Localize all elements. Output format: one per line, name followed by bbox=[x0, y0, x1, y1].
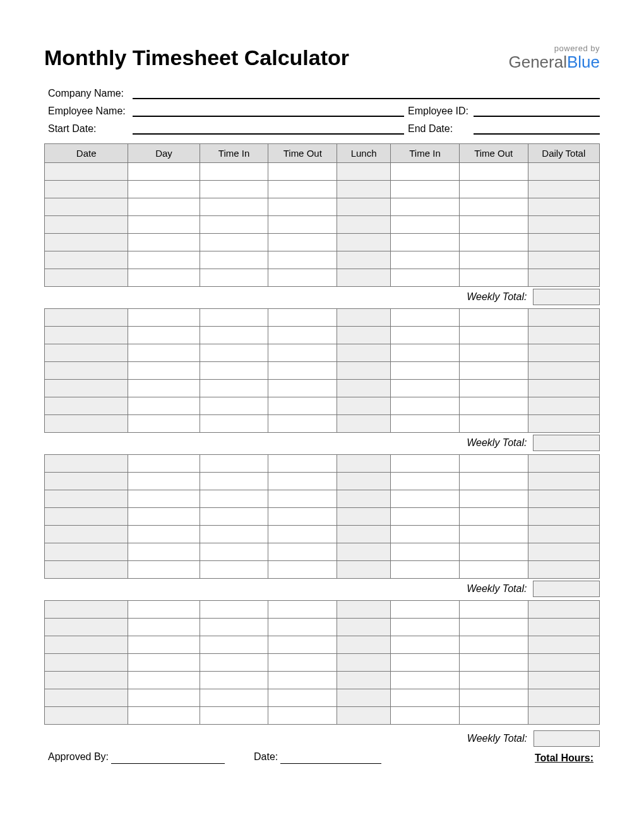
table-cell[interactable] bbox=[45, 490, 128, 508]
table-cell[interactable] bbox=[200, 181, 268, 198]
table-cell[interactable] bbox=[337, 654, 391, 672]
table-cell[interactable] bbox=[268, 455, 337, 473]
table-cell[interactable] bbox=[200, 415, 268, 433]
table-cell[interactable] bbox=[200, 672, 268, 689]
table-cell[interactable] bbox=[268, 309, 337, 327]
table-cell[interactable] bbox=[459, 327, 528, 344]
table-cell[interactable] bbox=[391, 251, 460, 269]
table-cell[interactable] bbox=[337, 397, 391, 415]
table-cell[interactable] bbox=[200, 707, 268, 725]
table-cell[interactable] bbox=[200, 561, 268, 579]
table-cell[interactable] bbox=[391, 216, 460, 234]
table-cell[interactable] bbox=[200, 344, 268, 362]
table-cell[interactable] bbox=[45, 309, 128, 327]
table-cell[interactable] bbox=[528, 689, 599, 707]
table-cell[interactable] bbox=[200, 216, 268, 234]
table-cell[interactable] bbox=[459, 251, 528, 269]
table-cell[interactable] bbox=[128, 543, 200, 561]
table-cell[interactable] bbox=[200, 526, 268, 543]
table-cell[interactable] bbox=[391, 397, 460, 415]
table-cell[interactable] bbox=[45, 619, 128, 636]
table-cell[interactable] bbox=[391, 344, 460, 362]
table-cell[interactable] bbox=[45, 689, 128, 707]
table-cell[interactable] bbox=[200, 689, 268, 707]
table-cell[interactable] bbox=[268, 234, 337, 251]
table-cell[interactable] bbox=[128, 455, 200, 473]
table-cell[interactable] bbox=[528, 543, 599, 561]
table-cell[interactable] bbox=[391, 198, 460, 216]
table-cell[interactable] bbox=[528, 163, 599, 181]
company-name-field[interactable] bbox=[133, 85, 600, 99]
table-cell[interactable] bbox=[391, 543, 460, 561]
table-cell[interactable] bbox=[268, 181, 337, 198]
table-cell[interactable] bbox=[459, 234, 528, 251]
table-cell[interactable] bbox=[391, 327, 460, 344]
table-cell[interactable] bbox=[128, 327, 200, 344]
table-cell[interactable] bbox=[45, 654, 128, 672]
table-cell[interactable] bbox=[528, 636, 599, 654]
table-cell[interactable] bbox=[45, 473, 128, 490]
table-cell[interactable] bbox=[337, 362, 391, 380]
table-cell[interactable] bbox=[45, 526, 128, 543]
table-cell[interactable] bbox=[45, 234, 128, 251]
table-cell[interactable] bbox=[391, 309, 460, 327]
table-cell[interactable] bbox=[128, 654, 200, 672]
table-cell[interactable] bbox=[459, 198, 528, 216]
table-cell[interactable] bbox=[459, 490, 528, 508]
table-cell[interactable] bbox=[128, 397, 200, 415]
table-cell[interactable] bbox=[200, 163, 268, 181]
table-cell[interactable] bbox=[337, 508, 391, 526]
table-cell[interactable] bbox=[459, 689, 528, 707]
table-cell[interactable] bbox=[45, 397, 128, 415]
table-cell[interactable] bbox=[528, 362, 599, 380]
table-cell[interactable] bbox=[391, 415, 460, 433]
table-cell[interactable] bbox=[200, 654, 268, 672]
table-cell[interactable] bbox=[459, 181, 528, 198]
table-cell[interactable] bbox=[200, 455, 268, 473]
table-cell[interactable] bbox=[268, 601, 337, 619]
table-cell[interactable] bbox=[337, 415, 391, 433]
table-cell[interactable] bbox=[128, 490, 200, 508]
table-cell[interactable] bbox=[528, 601, 599, 619]
table-cell[interactable] bbox=[268, 654, 337, 672]
table-cell[interactable] bbox=[337, 689, 391, 707]
table-cell[interactable] bbox=[528, 309, 599, 327]
table-cell[interactable] bbox=[459, 601, 528, 619]
table-cell[interactable] bbox=[268, 526, 337, 543]
table-cell[interactable] bbox=[337, 672, 391, 689]
table-cell[interactable] bbox=[391, 455, 460, 473]
table-cell[interactable] bbox=[45, 636, 128, 654]
table-cell[interactable] bbox=[45, 163, 128, 181]
table-cell[interactable] bbox=[200, 251, 268, 269]
weekly-total-value[interactable] bbox=[534, 730, 600, 747]
table-cell[interactable] bbox=[459, 309, 528, 327]
table-cell[interactable] bbox=[459, 163, 528, 181]
table-cell[interactable] bbox=[200, 473, 268, 490]
table-cell[interactable] bbox=[268, 344, 337, 362]
end-date-field[interactable] bbox=[474, 121, 600, 135]
table-cell[interactable] bbox=[337, 543, 391, 561]
table-cell[interactable] bbox=[268, 490, 337, 508]
table-cell[interactable] bbox=[528, 181, 599, 198]
table-cell[interactable] bbox=[337, 327, 391, 344]
table-cell[interactable] bbox=[45, 327, 128, 344]
weekly-total-value[interactable] bbox=[533, 289, 600, 305]
footer-date-field[interactable] bbox=[280, 742, 381, 764]
table-cell[interactable] bbox=[528, 269, 599, 287]
table-cell[interactable] bbox=[45, 181, 128, 198]
table-cell[interactable] bbox=[528, 397, 599, 415]
table-cell[interactable] bbox=[45, 216, 128, 234]
weekly-total-value[interactable] bbox=[533, 435, 600, 451]
table-cell[interactable] bbox=[337, 380, 391, 397]
table-cell[interactable] bbox=[528, 415, 599, 433]
table-cell[interactable] bbox=[200, 397, 268, 415]
table-cell[interactable] bbox=[528, 619, 599, 636]
table-cell[interactable] bbox=[128, 415, 200, 433]
table-cell[interactable] bbox=[268, 198, 337, 216]
table-cell[interactable] bbox=[128, 561, 200, 579]
table-cell[interactable] bbox=[337, 234, 391, 251]
table-cell[interactable] bbox=[45, 415, 128, 433]
table-cell[interactable] bbox=[128, 362, 200, 380]
table-cell[interactable] bbox=[200, 198, 268, 216]
table-cell[interactable] bbox=[200, 490, 268, 508]
